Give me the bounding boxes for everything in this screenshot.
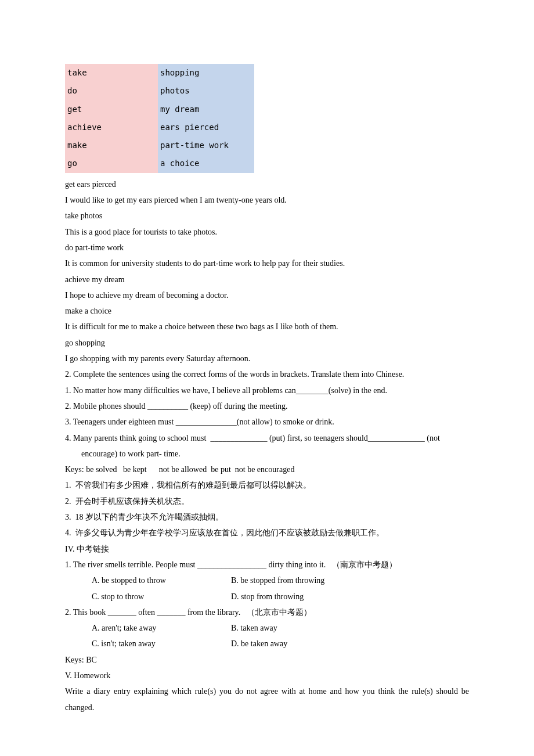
translation: 1. 不管我们有多少困难，我相信所有的难题到最后都可以得以解决。 [65, 477, 469, 493]
option: D. stop from throwing [231, 589, 304, 604]
pair-phrase: get ears pierced [65, 177, 469, 192]
option: A. aren't; take away [92, 620, 231, 636]
option: B. be stopped from throwing [231, 573, 324, 588]
pair-phrase: achieve my dream [65, 272, 469, 287]
pair-phrase: take photos [65, 208, 469, 224]
section-heading: V. Homework [65, 668, 469, 683]
options-row: C. stop to throw D. stop from throwing [65, 589, 469, 604]
option: B. taken away [231, 620, 277, 636]
pair-sentence: I would like to get my ears pierced when… [65, 192, 469, 208]
pair-sentence: This is a good place for tourists to tak… [65, 224, 469, 240]
translation: 3. 18 岁以下的青少年决不允许喝酒或抽烟。 [65, 509, 469, 525]
translation: 2. 开会时手机应该保持关机状态。 [65, 494, 469, 509]
exercise-item: 3. Teenagers under eighteen must _______… [65, 414, 469, 430]
pair-sentence: It is difficult for me to make a choice … [65, 319, 469, 334]
table-row: get [65, 100, 158, 118]
pair-sentence: It is common for university students to … [65, 255, 469, 271]
table-row: shopping [158, 64, 254, 82]
homework-text: Write a diary entry explaining which rul… [65, 683, 469, 715]
section-heading: IV. 中考链接 [65, 541, 469, 557]
match-table: takeshopping dophotos getmy dream achiev… [65, 64, 254, 173]
table-row: my dream [158, 100, 254, 118]
pair-phrase: go shopping [65, 335, 469, 351]
option: D. be taken away [231, 636, 287, 651]
options-row: A. aren't; take away B. taken away [65, 620, 469, 636]
translation: 4. 许多父母认为青少年在学校学习应该放在首位，因此他们不应该被鼓励去做兼职工作… [65, 525, 469, 541]
table-row: photos [158, 82, 254, 100]
table-row: take [65, 64, 158, 82]
table-row: part-time work [158, 136, 254, 154]
exercise-item: 2. Mobile phones should __________ (keep… [65, 398, 469, 414]
options-row: A. be stopped to throw B. be stopped fro… [65, 573, 469, 588]
pair-sentence: I hope to achieve my dream of becoming a… [65, 287, 469, 303]
pair-phrase: do part-time work [65, 240, 469, 255]
exercise-intro: 2. Complete the sentences using the corr… [65, 366, 469, 382]
table-row: do [65, 82, 158, 100]
options-row: C. isn't; taken away D. be taken away [65, 636, 469, 651]
question-stem: 2. This book _______ often _______ from … [65, 604, 469, 620]
option: C. isn't; taken away [92, 636, 231, 651]
pair-phrase: make a choice [65, 303, 469, 319]
table-row: a choice [158, 154, 254, 172]
exercise-item: 1. No matter how many difficulties we ha… [65, 383, 469, 398]
table-row: ears pierced [158, 118, 254, 136]
answer-keys: Keys: BC [65, 652, 469, 668]
answer-keys: Keys: be solved be kept not be allowed b… [65, 462, 469, 477]
option: A. be stopped to throw [92, 573, 231, 588]
table-row: go [65, 154, 158, 172]
exercise-item: 4. Many parents think going to school mu… [65, 430, 469, 462]
option: C. stop to throw [92, 589, 231, 604]
pair-sentence: I go shopping with my parents every Satu… [65, 351, 469, 366]
table-row: achieve [65, 118, 158, 136]
table-row: make [65, 136, 158, 154]
question-stem: 1. The river smells terrible. People mus… [65, 557, 469, 573]
